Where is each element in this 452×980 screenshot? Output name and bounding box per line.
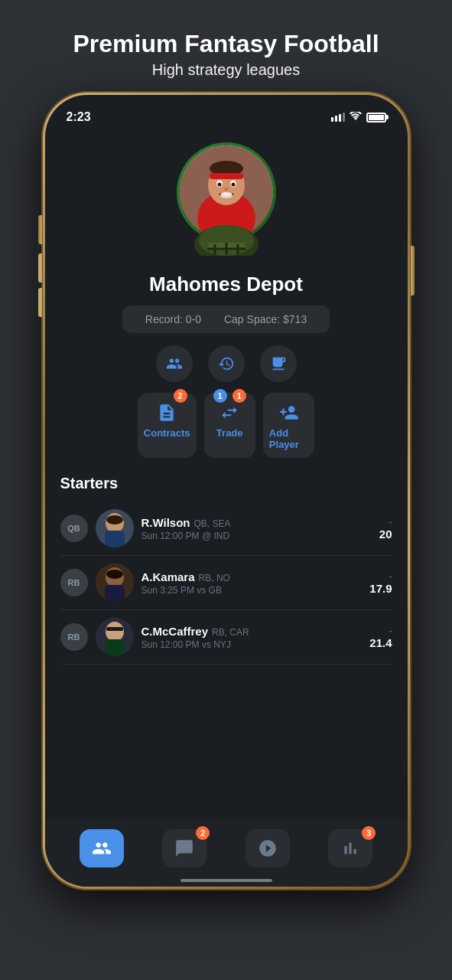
add-player-btn[interactable]: Add Player bbox=[263, 393, 314, 458]
notch bbox=[167, 95, 285, 118]
team-avatar-container bbox=[177, 142, 276, 242]
contracts-badge: 2 bbox=[174, 389, 187, 403]
svg-point-8 bbox=[217, 183, 221, 187]
svg-point-10 bbox=[220, 192, 233, 198]
nav-scores[interactable] bbox=[246, 829, 290, 867]
player-pos-team-mc: RB, CAR bbox=[212, 627, 249, 638]
add-player-icon bbox=[278, 402, 300, 423]
player-avatar-mc bbox=[96, 618, 134, 656]
player-score-mc: - 21.4 bbox=[369, 625, 392, 650]
contracts-icon bbox=[156, 402, 177, 423]
wifi-icon bbox=[350, 111, 362, 123]
header-subtitle: High strategy leagues bbox=[73, 61, 379, 79]
player-avatar-ak bbox=[96, 564, 134, 602]
signal-icon bbox=[331, 113, 345, 122]
contracts-btn[interactable]: 2 Contracts bbox=[138, 393, 197, 458]
svg-rect-29 bbox=[105, 639, 125, 656]
player-score-rw: - 20 bbox=[379, 516, 392, 541]
player-pos-team-rw: QB, SEA bbox=[194, 518, 231, 529]
contracts-label: Contracts bbox=[144, 427, 190, 439]
player-info-rw: R.Wilson QB, SEA Sun 12:00 PM @ IND bbox=[141, 516, 372, 541]
player-game-rw: Sun 12:00 PM @ IND bbox=[141, 531, 372, 541]
stats-pill: Record: 0-0 Cap Space: $713 bbox=[122, 305, 330, 333]
trade-btn[interactable]: 1 1 Trade bbox=[204, 393, 255, 458]
player-game-ak: Sun 3:25 PM vs GB bbox=[141, 585, 363, 596]
history-quick-btn[interactable] bbox=[208, 345, 245, 382]
status-icons bbox=[331, 111, 386, 123]
chat-badge: 2 bbox=[196, 826, 210, 840]
header-section: Premium Fantasy Football High strategy l… bbox=[57, 0, 394, 93]
capspace-stat: Cap Space: $713 bbox=[224, 313, 307, 325]
svg-rect-25 bbox=[105, 585, 125, 602]
player-avatar-rw bbox=[96, 509, 134, 547]
position-badge-qb: QB bbox=[60, 514, 88, 542]
player-name-mc: C.McCaffrey bbox=[141, 625, 209, 638]
phone-frame: 2:23 bbox=[43, 93, 410, 889]
trade-icon bbox=[219, 402, 240, 423]
position-badge-rb2: RB bbox=[60, 623, 88, 651]
svg-rect-21 bbox=[105, 531, 125, 547]
home-indicator bbox=[180, 879, 272, 882]
roster-quick-btn[interactable] bbox=[156, 345, 193, 382]
nav-roster[interactable] bbox=[80, 829, 124, 867]
starters-title: Starters bbox=[60, 475, 392, 492]
position-badge-rb1: RB bbox=[60, 569, 88, 596]
status-time: 2:23 bbox=[67, 110, 91, 124]
player-row-rw[interactable]: QB R.Wilson QB, SEA bbox=[60, 501, 392, 556]
player-info-ak: A.Kamara RB, NO Sun 3:25 PM vs GB bbox=[141, 570, 363, 596]
player-row-mc[interactable]: RB C.McCaffrey RB, CAR bbox=[60, 610, 392, 665]
starters-section: Starters QB R.Wilson bbox=[45, 475, 408, 665]
trade-badge-left: 1 bbox=[213, 389, 227, 403]
player-pos-team-ak: RB, NO bbox=[199, 573, 230, 583]
nav-chat[interactable]: 2 bbox=[162, 829, 206, 867]
player-name-rw: R.Wilson bbox=[141, 516, 190, 529]
phone-screen: 2:23 bbox=[45, 95, 408, 887]
svg-rect-5 bbox=[210, 173, 243, 179]
player-info-mc: C.McCaffrey RB, CAR Sun 12:00 PM vs NYJ bbox=[141, 625, 363, 650]
add-player-label: Add Player bbox=[269, 427, 308, 450]
news-quick-btn[interactable] bbox=[260, 345, 297, 382]
battery-icon bbox=[366, 113, 386, 122]
player-game-mc: Sun 12:00 PM vs NYJ bbox=[141, 639, 363, 650]
record-stat: Record: 0-0 bbox=[145, 313, 201, 325]
trade-label: Trade bbox=[216, 427, 243, 439]
header-title: Premium Fantasy Football bbox=[73, 29, 379, 58]
svg-rect-30 bbox=[106, 627, 123, 631]
player-name-ak: A.Kamara bbox=[141, 570, 195, 583]
svg-point-28 bbox=[106, 622, 124, 642]
player-score-ak: - 17.9 bbox=[369, 570, 392, 596]
quick-actions-row bbox=[156, 345, 297, 382]
app-content: Mahomes Depot Record: 0-0 Cap Space: $71… bbox=[45, 129, 408, 665]
player-row-ak[interactable]: RB A.Kamara RB, NO bbox=[60, 556, 392, 610]
svg-point-11 bbox=[224, 188, 229, 191]
trade-badge-right: 1 bbox=[233, 389, 246, 403]
svg-point-26 bbox=[106, 570, 123, 579]
action-buttons-row: 2 Contracts 1 1 bbox=[122, 393, 330, 458]
team-name: Mahomes Depot bbox=[149, 273, 303, 296]
stats-bar: Record: 0-0 Cap Space: $713 bbox=[122, 305, 330, 333]
svg-point-9 bbox=[231, 183, 235, 187]
nav-standings[interactable]: 3 bbox=[328, 829, 372, 867]
standings-badge: 3 bbox=[362, 826, 376, 840]
bottom-nav: 2 3 bbox=[45, 820, 408, 887]
svg-point-22 bbox=[106, 515, 123, 524]
